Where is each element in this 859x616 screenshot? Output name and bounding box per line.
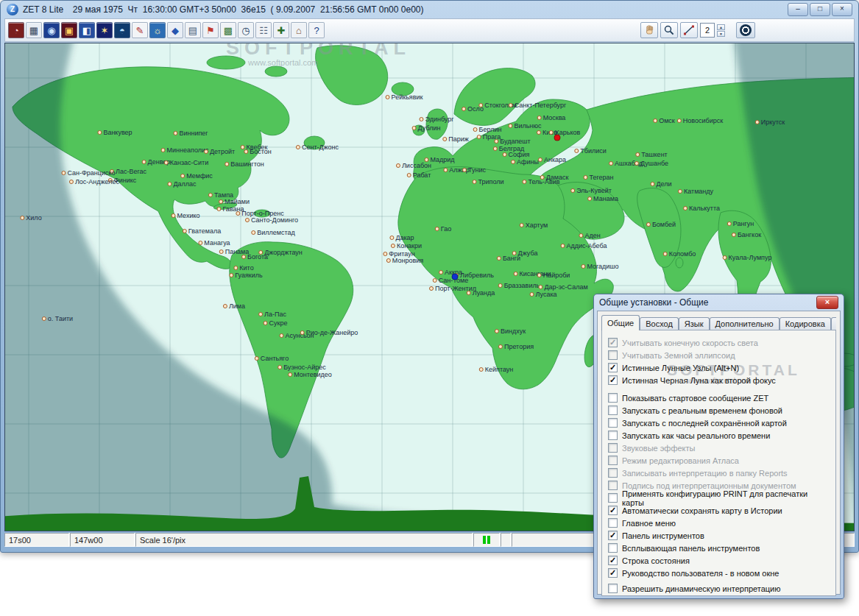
edit-chart-icon[interactable]: ✎ <box>132 22 148 38</box>
zoom-tool-button[interactable] <box>660 22 678 38</box>
sky-map-icon[interactable]: ◧ <box>79 22 95 38</box>
center-target-button[interactable] <box>736 22 755 38</box>
city-label: Аддис-Абеба <box>561 242 607 249</box>
city-dot <box>587 197 592 201</box>
ephemeris-icon[interactable]: ▤ <box>185 22 201 38</box>
grid-icon[interactable]: ☷ <box>255 22 272 38</box>
checkbox[interactable]: ✓ <box>608 556 618 565</box>
horizon-icon[interactable]: ◓ <box>114 22 130 38</box>
checkbox[interactable]: ✓ <box>608 568 618 578</box>
gem-icon[interactable]: ◆ <box>167 22 183 38</box>
city-dot <box>663 252 668 256</box>
globe-icon[interactable]: ◉ <box>43 22 60 38</box>
mosaic-icon[interactable]: ▩ <box>220 22 236 38</box>
city-dot <box>473 180 477 184</box>
city-dot <box>219 199 223 204</box>
titlebar[interactable]: Z ZET 8 Lite 29 мая 1975 Чт 16:30:00 GMT… <box>4 1 855 18</box>
dialog-titlebar[interactable]: Общие установки - Общие × <box>597 294 841 311</box>
city-dot <box>538 157 542 162</box>
dialog-close-button[interactable]: × <box>816 296 838 309</box>
checkbox[interactable] <box>608 543 618 553</box>
city-dot <box>467 291 471 295</box>
checkbox[interactable]: ✓ <box>608 363 618 372</box>
city-dot <box>609 161 613 166</box>
mosaic-icon-glyph: ▩ <box>224 26 233 35</box>
city-label: Монтевидео <box>288 371 332 378</box>
city-label: Гуаякиль <box>229 272 262 279</box>
tab-Кодировка[interactable]: Кодировка <box>780 317 831 330</box>
city-label: Санто-Доминго <box>245 216 298 224</box>
natal-chart-icon[interactable]: ◔ <box>8 22 24 38</box>
checkbox[interactable] <box>608 431 618 440</box>
maximize-button[interactable]: □ <box>810 3 830 16</box>
tab-Е[interactable]: Е <box>831 317 836 330</box>
city-dot <box>233 266 238 270</box>
city-dot <box>225 162 229 166</box>
city-dot <box>435 227 439 231</box>
checkbox[interactable] <box>608 518 618 528</box>
city-label: Кейптаун <box>479 366 514 373</box>
atlas-icon-glyph: ⌂ <box>296 26 302 35</box>
checkbox[interactable]: ✓ <box>608 375 618 385</box>
city-dot <box>732 233 736 237</box>
tab-Общие[interactable]: Общие <box>601 315 640 330</box>
city-dot <box>142 160 146 164</box>
city-dot <box>537 116 542 120</box>
city-dot <box>173 131 177 135</box>
flag-icon[interactable]: ⚑ <box>202 22 219 38</box>
city-dot <box>493 146 498 151</box>
measure-line-tool-button[interactable] <box>680 22 698 38</box>
grid-icon-glyph: ☷ <box>259 26 268 35</box>
city-label: Лиссабон <box>396 162 431 169</box>
magnifier-icon <box>663 24 675 36</box>
status-scale: Scale 16'/pix <box>135 533 473 547</box>
city-label: Рабат <box>407 171 431 179</box>
city-label: Харьков <box>549 129 581 136</box>
hand-icon <box>643 24 655 36</box>
star-map-icon-glyph: ✶ <box>101 26 109 35</box>
checkbox[interactable] <box>608 406 618 415</box>
city-label: Сент-Джонс <box>296 144 339 151</box>
tab-Восход[interactable]: Восход <box>640 317 679 330</box>
atlas-icon[interactable]: ⌂ <box>291 22 307 38</box>
city-dot <box>755 120 760 124</box>
current-location-marker <box>452 274 459 280</box>
checkbox[interactable] <box>608 418 618 428</box>
spinner-up-button[interactable]: ▲ <box>717 24 725 30</box>
world-map-icon[interactable]: ☼ <box>149 22 166 38</box>
help-icon[interactable]: ? <box>308 22 325 38</box>
city-label: Берлин <box>473 126 502 133</box>
checkbox-row: ✓Руководство пользователя - в новом окне <box>608 567 830 579</box>
checkbox[interactable] <box>608 493 618 503</box>
tab-Дополнительно[interactable]: Дополнительно <box>710 317 780 330</box>
pan-hand-tool-button[interactable] <box>640 22 658 38</box>
city-dot <box>241 255 246 259</box>
playback-indicator[interactable] <box>473 533 500 547</box>
close-button[interactable]: × <box>832 3 852 16</box>
city-label: Сукре <box>264 319 288 327</box>
city-label: Рио-де-Жанейро <box>300 329 358 336</box>
zoom-step-input[interactable]: 2 <box>700 23 715 38</box>
checkbox[interactable] <box>608 584 618 593</box>
city-label: Тбилиси <box>574 147 607 155</box>
toolbar-left-group: ◔▦◉▣◧✶◓✎☼◆▤⚑▩◷☷✚⌂? <box>8 22 325 38</box>
checkbox[interactable]: ✓ <box>608 531 618 540</box>
clock-icon[interactable]: ◷ <box>238 22 254 38</box>
stop-sign-icon[interactable]: ▣ <box>61 22 77 38</box>
gem-icon-glyph: ◆ <box>172 26 179 35</box>
spinner-down-button[interactable]: ▼ <box>717 31 725 37</box>
tab-Язык[interactable]: Язык <box>679 317 710 330</box>
edit-chart-icon-glyph: ✎ <box>136 26 144 35</box>
city-label: Джуба <box>512 249 538 257</box>
calc-icon[interactable]: ✚ <box>273 22 289 38</box>
checkbox[interactable] <box>608 393 618 403</box>
app-icon: Z <box>7 4 18 15</box>
star-map-icon[interactable]: ✶ <box>96 22 113 38</box>
city-label: Эль-Кувейт <box>570 187 612 194</box>
minimize-button[interactable]: – <box>788 3 808 16</box>
data-table-icon[interactable]: ▦ <box>26 22 42 38</box>
city-dot <box>511 160 515 164</box>
city-label: Гватемала <box>183 227 221 235</box>
checkbox[interactable]: ✓ <box>608 506 618 515</box>
checkbox-row: Учитывать Земной эллипсоид <box>608 349 830 361</box>
